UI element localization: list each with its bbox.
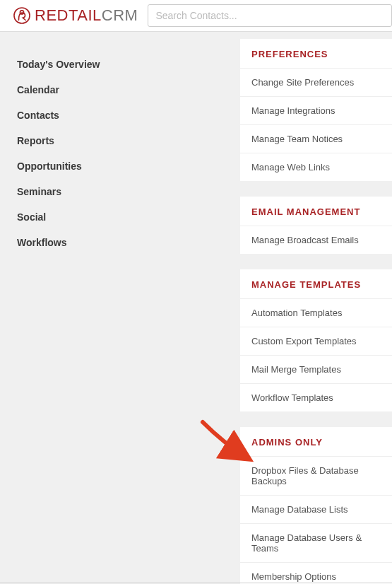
panel-header: MANAGE TEMPLATES	[240, 269, 392, 298]
brand-name: REDTAILCRM	[35, 6, 138, 25]
redtail-logo-icon	[13, 6, 31, 25]
panel-item[interactable]: Manage Database Users & Teams	[240, 523, 392, 562]
panel-admins-only: ADMINS ONLY Dropbox Files & Database Bac…	[240, 427, 392, 584]
sidebar-item-social[interactable]: Social	[17, 204, 170, 230]
search-wrap	[148, 4, 392, 27]
panel-item[interactable]: Manage Database Lists	[240, 495, 392, 523]
panel-item[interactable]: Automation Templates	[240, 298, 392, 327]
settings-panels: PREFERENCES Change Site Preferences Mana…	[240, 39, 392, 584]
panel-header: ADMINS ONLY	[240, 427, 392, 456]
sidebar: Today's Overview Calendar Contacts Repor…	[0, 39, 170, 584]
header: REDTAILCRM	[0, 0, 392, 32]
panel-item[interactable]: Membership Options	[240, 562, 392, 584]
sidebar-item-seminars[interactable]: Seminars	[17, 179, 170, 204]
panel-item[interactable]: Workflow Templates	[240, 383, 392, 411]
panel-item[interactable]: Manage Web Links	[240, 153, 392, 181]
content: Today's Overview Calendar Contacts Repor…	[0, 39, 392, 584]
brand-logo[interactable]: REDTAILCRM	[0, 6, 138, 25]
panel-item[interactable]: Mail Merge Templates	[240, 355, 392, 383]
sidebar-item-contacts[interactable]: Contacts	[17, 103, 170, 128]
panel-manage-templates: MANAGE TEMPLATES Automation Templates Cu…	[240, 269, 392, 411]
panel-item[interactable]: Manage Broadcast Emails	[240, 226, 392, 254]
panel-item[interactable]: Custom Export Templates	[240, 327, 392, 355]
search-input[interactable]	[148, 4, 392, 27]
panel-item[interactable]: Manage Integrations	[240, 96, 392, 124]
panel-preferences: PREFERENCES Change Site Preferences Mana…	[240, 39, 392, 181]
panel-item-dropbox-backups[interactable]: Dropbox Files & Database Backups	[240, 456, 392, 495]
panel-header: EMAIL MANAGEMENT	[240, 197, 392, 226]
panel-item[interactable]: Change Site Preferences	[240, 68, 392, 96]
panel-header: PREFERENCES	[240, 39, 392, 68]
footer-divider	[0, 583, 392, 583]
sidebar-item-opportunities[interactable]: Opportunities	[17, 153, 170, 179]
panel-email-management: EMAIL MANAGEMENT Manage Broadcast Emails	[240, 197, 392, 254]
panel-item[interactable]: Manage Team Notices	[240, 124, 392, 153]
sidebar-item-workflows[interactable]: Workflows	[17, 230, 170, 255]
sidebar-item-overview[interactable]: Today's Overview	[17, 52, 170, 77]
sidebar-item-reports[interactable]: Reports	[17, 128, 170, 153]
sidebar-item-calendar[interactable]: Calendar	[17, 77, 170, 103]
